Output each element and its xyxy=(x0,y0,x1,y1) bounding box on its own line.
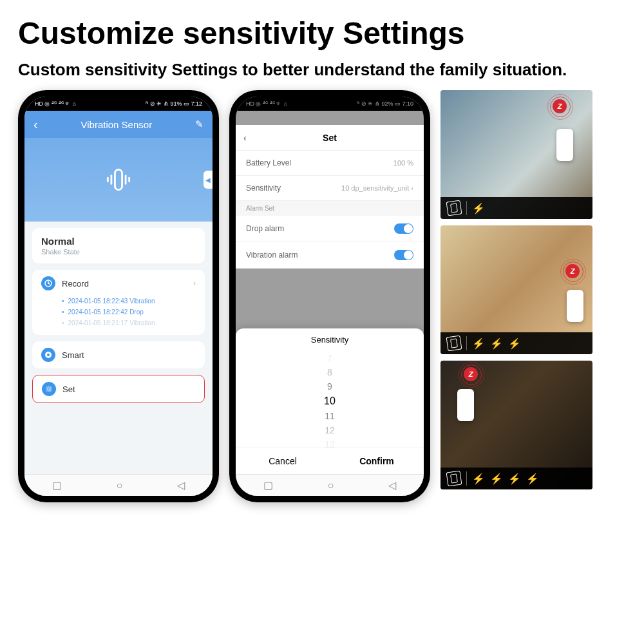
cancel-button[interactable]: Cancel xyxy=(236,448,330,474)
sensor-device xyxy=(567,290,583,322)
set-title: Set xyxy=(323,133,337,143)
zigbee-icon: Z xyxy=(565,264,580,278)
zigbee-icon: Z xyxy=(553,99,567,113)
alarm-section: Alarm Set xyxy=(236,201,424,216)
record-item: 2024-01-05 18:22:43 Vibration xyxy=(62,296,196,307)
battery-row: Battery Level 100 % xyxy=(236,151,424,176)
nav-back-icon[interactable]: ◁ xyxy=(177,479,185,491)
vibration-alarm-row: Vibration alarm xyxy=(236,242,424,269)
state-card: Normal Shake State xyxy=(32,228,205,263)
phone-settings: HD ◎ ⁴ᴳ ⁴ᴳ ᯤ ⌂ ᴺ ⊘ ✳ ⋔ 92% ▭ 7:10 ‹ Set … xyxy=(229,90,430,502)
nav-home-icon[interactable]: ○ xyxy=(328,480,334,491)
drop-alarm-row: Drop alarm xyxy=(236,216,424,242)
smart-label: Smart xyxy=(62,350,196,360)
state-title: Normal xyxy=(41,236,196,247)
status-right: ᴺ ⊘ ✳ ⋔ 91% ▭ 7:12 xyxy=(146,100,202,107)
svg-point-7 xyxy=(47,354,50,356)
app-header: ‹ Vibration Sensor ✎ xyxy=(24,111,213,138)
scene-gallery: Z ⚡ Z ⚡ ⚡ ⚡ Z ⚡ xyxy=(440,90,592,489)
svg-point-8 xyxy=(48,388,50,390)
sensitivity-picker: Sensitivity 7 8 9 10 11 12 13 Cancel Con… xyxy=(236,328,424,474)
vibration-alarm-toggle[interactable] xyxy=(394,250,413,260)
sensor-device xyxy=(457,389,474,421)
record-item: 2024-01-05 18:21:17 Vibration xyxy=(62,317,196,328)
record-list: 2024-01-05 18:22:43 Vibration 2024-01-05… xyxy=(41,296,196,328)
sensitivity-label: Sensitivity xyxy=(246,184,281,193)
edit-icon[interactable]: ✎ xyxy=(195,118,204,130)
drop-alarm-toggle[interactable] xyxy=(394,223,413,234)
picker-option-selected[interactable]: 10 xyxy=(236,393,424,409)
picker-option[interactable]: 13 xyxy=(236,437,424,448)
hero: ◀ xyxy=(24,138,213,222)
vibration-icon xyxy=(446,336,462,352)
scene-safe: Z ⚡ ⚡ ⚡ ⚡ xyxy=(440,361,592,489)
picker-option[interactable]: 7 xyxy=(236,351,424,365)
android-navbar: ▢ ○ ◁ xyxy=(24,474,213,496)
svg-rect-0 xyxy=(115,169,122,189)
page-subtitle: Custom sensitivity Settings to better un… xyxy=(0,53,644,90)
record-label: Record xyxy=(62,279,187,289)
bolt-icon: ⚡ xyxy=(490,337,503,350)
scene-door: Z ⚡ ⚡ ⚡ xyxy=(440,225,592,354)
bolt-icon: ⚡ xyxy=(472,337,485,350)
phone-main: HD ◎ ⁴ᴳ ⁴ᴳ ᯤ ⌂ ᴺ ⊘ ✳ ⋔ 91% ▭ 7:12 ‹ Vibr… xyxy=(18,90,219,502)
bolt-icon: ⚡ xyxy=(472,202,485,214)
nav-recent-icon[interactable]: ▢ xyxy=(263,479,273,491)
zigbee-icon: Z xyxy=(464,367,478,381)
smart-card[interactable]: Smart xyxy=(32,341,205,368)
battery-label: Battery Level xyxy=(246,158,291,167)
bolt-icon: ⚡ xyxy=(490,473,503,485)
nav-back-icon[interactable]: ◁ xyxy=(388,479,396,491)
picker-option[interactable]: 11 xyxy=(236,409,424,423)
status-bar: HD ◎ ⁴ᴳ ⁴ᴳ ᯤ ⌂ ᴺ ⊘ ✳ ⋔ 91% ▭ 7:12 xyxy=(24,97,213,111)
back-icon[interactable]: ‹ xyxy=(33,117,38,132)
sensitivity-row[interactable]: Sensitivity 10 dp_sensitivity_unit › xyxy=(236,176,424,201)
bolt-icon: ⚡ xyxy=(472,473,485,485)
pull-tab-icon[interactable]: ◀ xyxy=(204,171,213,189)
clock-icon xyxy=(41,276,55,290)
picker-option[interactable]: 8 xyxy=(236,365,424,379)
sensitivity-value: 10 dp_sensitivity_unit › xyxy=(341,184,413,192)
set-label: Set xyxy=(62,384,195,394)
nav-recent-icon[interactable]: ▢ xyxy=(52,479,62,491)
smart-icon xyxy=(41,348,55,362)
set-card[interactable]: Set xyxy=(32,375,205,403)
state-sub: Shake State xyxy=(41,248,196,256)
battery-value: 100 % xyxy=(393,159,413,167)
chevron-right-icon: › xyxy=(193,279,196,288)
record-item: 2024-01-05 18:22:42 Drop xyxy=(62,307,196,317)
bolt-icon: ⚡ xyxy=(508,473,521,485)
status-left: HD ◎ ⁴ᴳ ⁴ᴳ ᯤ ⌂ xyxy=(35,100,76,107)
bolt-icon: ⚡ xyxy=(526,473,539,485)
page-title: Customize sensitivity Settings xyxy=(0,0,644,53)
drop-alarm-label: Drop alarm xyxy=(246,224,284,233)
picker-option[interactable]: 12 xyxy=(236,423,424,437)
vibration-icon xyxy=(446,471,462,487)
vibration-icon xyxy=(446,200,462,216)
bolt-icon: ⚡ xyxy=(508,337,521,350)
set-header: ‹ Set xyxy=(236,125,424,151)
back-icon[interactable]: ‹ xyxy=(243,133,247,143)
record-card[interactable]: Record › 2024-01-05 18:22:43 Vibration 2… xyxy=(32,270,205,335)
picker-wheel[interactable]: 7 8 9 10 11 12 13 xyxy=(236,351,424,448)
vibration-icon xyxy=(102,164,135,196)
sensor-device xyxy=(556,129,573,161)
scene-window: Z ⚡ xyxy=(440,90,592,219)
gear-icon xyxy=(42,382,56,396)
confirm-button[interactable]: Confirm xyxy=(330,448,424,474)
android-navbar: ▢ ○ ◁ xyxy=(236,474,424,496)
vibration-alarm-label: Vibration alarm xyxy=(246,251,298,260)
header-title: Vibration Sensor xyxy=(81,119,153,130)
picker-option[interactable]: 9 xyxy=(236,379,424,393)
nav-home-icon[interactable]: ○ xyxy=(117,480,123,491)
picker-title: Sensitivity xyxy=(236,328,424,351)
